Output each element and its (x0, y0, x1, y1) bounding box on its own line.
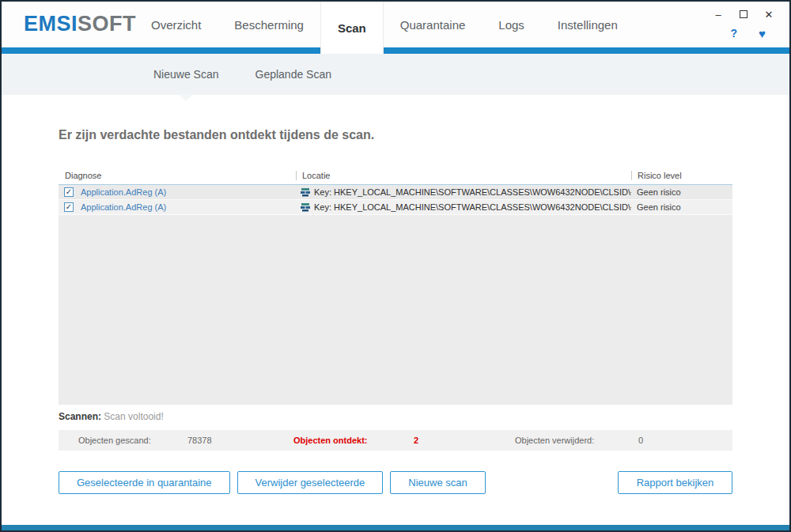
scan-status: Scannen: Scan voltooid! (59, 411, 732, 422)
logo-text-emsi: EMSI (24, 12, 78, 36)
stat-detected-label: Objecten ontdekt: (293, 436, 414, 445)
tab-logs[interactable]: Logs (482, 2, 541, 47)
row-checkbox[interactable]: ✓ (64, 202, 74, 212)
help-icon[interactable]: ? (731, 27, 738, 40)
page-title: Er zijn verdachte bestanden ontdekt tijd… (59, 128, 732, 142)
delete-selected-button[interactable]: Verwijder geselecteerde (237, 471, 384, 494)
scan-status-label: Scannen: (59, 411, 101, 422)
header-extra: ? ♥ (731, 27, 766, 40)
heart-icon[interactable]: ♥ (759, 27, 766, 40)
table-empty-area (59, 215, 732, 405)
scan-results-table: Diagnose Locatie Risico level ✓ Applicat… (59, 171, 732, 405)
quarantine-selected-button[interactable]: Geselecteerde in quarantaine (59, 471, 230, 494)
registry-icon (301, 202, 310, 212)
footer-accent-bar (2, 525, 789, 530)
tab-quarantaine[interactable]: Quarantaine (384, 2, 483, 47)
active-subnav-notch (179, 94, 193, 101)
close-button[interactable]: ✕ (756, 6, 782, 23)
tab-bescherming[interactable]: Bescherming (218, 2, 320, 47)
stat-scanned-value: 78378 (187, 436, 293, 445)
window-controls: – ✕ (706, 6, 782, 23)
location-text: Key: HKEY_LOCAL_MACHINE\SOFTWARE\CLASSES… (314, 202, 631, 212)
minimize-icon: – (715, 9, 721, 21)
subnav-nieuwe-scan[interactable]: Nieuwe Scan (153, 68, 219, 81)
maximize-icon (740, 10, 747, 18)
risk-level: Geen risico (631, 187, 732, 197)
table-row[interactable]: ✓ Application.AdReg (A) Key: HKEY_LOCAL_… (59, 200, 732, 215)
column-header-locatie: Locatie (296, 171, 631, 180)
registry-icon (301, 187, 310, 197)
view-report-button[interactable]: Rapport bekijken (618, 471, 732, 494)
minimize-button[interactable]: – (706, 6, 731, 23)
column-header-risico: Risico level (631, 171, 732, 180)
stat-removed-label: Objecten verwijderd: (515, 436, 638, 445)
close-icon: ✕ (765, 9, 774, 21)
action-buttons: Geselecteerde in quarantaine Verwijder g… (59, 471, 732, 494)
table-row[interactable]: ✓ Application.AdReg (A) Key: HKEY_LOCAL_… (59, 185, 732, 200)
main-nav: Overzicht Bescherming Scan Quarantaine L… (134, 2, 634, 54)
maximize-button[interactable] (731, 6, 756, 23)
diagnose-link[interactable]: Application.AdReg (A) (81, 202, 166, 212)
tab-overzicht[interactable]: Overzicht (134, 2, 218, 47)
row-checkbox[interactable]: ✓ (64, 187, 74, 197)
risk-level: Geen risico (631, 202, 732, 212)
scan-status-value: Scan voltooid! (104, 411, 163, 422)
scan-stats-bar: Objecten gescand: 78378 Objecten ontdekt… (59, 430, 732, 451)
header: EMSISOFT Overzicht Bescherming Scan Quar… (2, 2, 789, 54)
stat-scanned-label: Objecten gescand: (78, 436, 187, 445)
tab-scan[interactable]: Scan (320, 2, 384, 54)
emsisoft-logo: EMSISOFT (24, 12, 136, 36)
stat-detected-value: 2 (414, 436, 515, 445)
tab-instellingen[interactable]: Instellingen (541, 2, 634, 47)
main-content: Er zijn verdachte bestanden ontdekt tijd… (2, 95, 789, 525)
app-window: EMSISOFT Overzicht Bescherming Scan Quar… (0, 0, 791, 532)
new-scan-button[interactable]: Nieuwe scan (390, 471, 485, 494)
subnav-geplande-scan[interactable]: Geplande Scan (255, 68, 332, 81)
location-text: Key: HKEY_LOCAL_MACHINE\SOFTWARE\CLASSES… (314, 187, 631, 197)
subnav: Nieuwe Scan Geplande Scan (2, 54, 789, 95)
stat-removed-value: 0 (638, 436, 732, 445)
table-header-row: Diagnose Locatie Risico level (59, 171, 732, 185)
logo-text-soft: SOFT (78, 12, 136, 36)
diagnose-link[interactable]: Application.AdReg (A) (81, 187, 166, 197)
column-header-diagnose: Diagnose (59, 171, 296, 180)
